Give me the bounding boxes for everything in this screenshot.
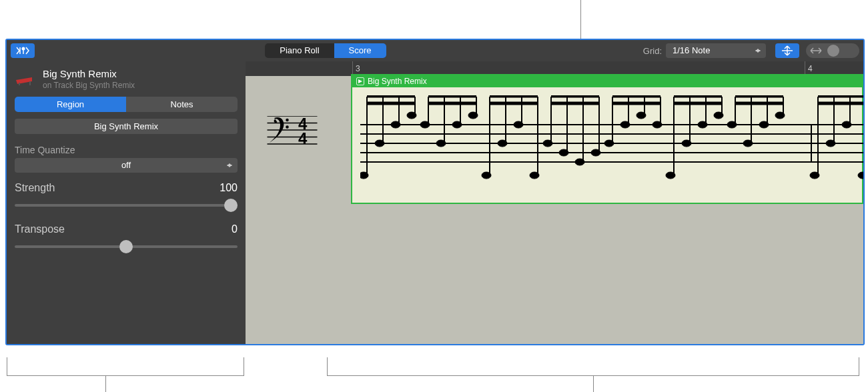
svg-rect-1 bbox=[29, 81, 31, 85]
svg-point-97 bbox=[858, 172, 865, 179]
region-header: Big Synth Remix on Track Big Synth Remix bbox=[15, 68, 238, 90]
svg-point-0 bbox=[22, 47, 25, 51]
svg-point-80 bbox=[727, 121, 737, 128]
region-clip-name: Big Synth Remix bbox=[368, 77, 427, 86]
svg-point-60 bbox=[604, 140, 614, 147]
svg-point-26 bbox=[407, 112, 416, 119]
svg-point-50 bbox=[543, 140, 552, 147]
strength-value: 100 bbox=[220, 182, 238, 194]
slider-thumb bbox=[119, 240, 133, 253]
tab-score[interactable]: Score bbox=[334, 43, 386, 58]
catch-playhead-button[interactable] bbox=[11, 43, 35, 58]
svg-point-36 bbox=[468, 112, 478, 119]
svg-point-24 bbox=[391, 121, 400, 128]
grid-label: Grid: bbox=[643, 46, 662, 56]
svg-point-30 bbox=[420, 121, 430, 128]
play-icon bbox=[356, 77, 364, 85]
instrument-icon bbox=[15, 71, 36, 87]
editor-body: Big Synth Remix on Track Big Synth Remix… bbox=[7, 61, 863, 344]
region-subtitle: on Track Big Synth Remix bbox=[43, 81, 135, 90]
svg-point-91 bbox=[810, 172, 819, 179]
svg-point-52 bbox=[559, 149, 568, 156]
region-title: Big Synth Remix bbox=[43, 68, 135, 79]
svg-point-64 bbox=[636, 112, 646, 119]
score-body[interactable]: 4 4 Big Synth Remix bbox=[246, 76, 863, 344]
transpose-slider[interactable] bbox=[15, 239, 238, 254]
svg-point-9 bbox=[286, 125, 289, 129]
callout-line-top bbox=[580, 0, 581, 40]
transpose-label: Transpose bbox=[15, 223, 65, 235]
svg-rect-2 bbox=[19, 83, 20, 85]
editor-toolbar: Piano Roll Score Grid: 1/16 Note bbox=[7, 40, 863, 61]
svg-point-56 bbox=[591, 149, 600, 156]
svg-point-42 bbox=[498, 140, 507, 147]
region-name-field[interactable]: Big Synth Remix bbox=[15, 119, 238, 134]
callout-bracket-inspector bbox=[7, 352, 244, 392]
svg-point-66 bbox=[653, 121, 662, 128]
svg-text:4: 4 bbox=[298, 129, 308, 147]
tab-piano-roll[interactable]: Piano Roll bbox=[265, 43, 334, 58]
score-editor-window: Piano Roll Score Grid: 1/16 Note bbox=[5, 39, 865, 345]
tab-notes[interactable]: Notes bbox=[126, 97, 238, 112]
strength-label: Strength bbox=[15, 182, 55, 194]
svg-point-54 bbox=[575, 159, 584, 165]
time-quantize-label: Time Quantize bbox=[15, 145, 238, 155]
catch-icon bbox=[15, 46, 30, 55]
svg-point-8 bbox=[286, 119, 289, 122]
svg-point-46 bbox=[530, 172, 539, 179]
midi-region-clip[interactable]: Big Synth Remix bbox=[351, 74, 863, 204]
svg-point-70 bbox=[666, 172, 675, 179]
svg-point-32 bbox=[436, 140, 446, 147]
bass-clef: 4 4 bbox=[259, 116, 326, 156]
svg-point-22 bbox=[375, 140, 384, 147]
transpose-value: 0 bbox=[232, 223, 238, 235]
inspector-panel: Big Synth Remix on Track Big Synth Remix… bbox=[7, 61, 246, 344]
callout-bracket-score bbox=[327, 352, 859, 392]
inspector-tabs: Region Notes bbox=[15, 97, 238, 112]
svg-point-76 bbox=[714, 112, 723, 119]
svg-point-82 bbox=[743, 140, 753, 147]
svg-point-44 bbox=[514, 121, 523, 128]
score-display-area: 3 4 4 4 bbox=[246, 61, 863, 344]
svg-point-72 bbox=[682, 140, 691, 147]
time-quantize-select[interactable]: off bbox=[15, 158, 238, 173]
view-mode-segmented: Piano Roll Score bbox=[265, 43, 386, 58]
tab-region[interactable]: Region bbox=[15, 97, 126, 112]
region-clip-header: Big Synth Remix bbox=[352, 75, 862, 87]
svg-point-86 bbox=[775, 112, 785, 119]
svg-point-95 bbox=[842, 121, 851, 128]
svg-point-40 bbox=[482, 172, 491, 179]
grid-dropdown[interactable]: 1/16 Note bbox=[666, 43, 766, 58]
slider-thumb bbox=[224, 199, 238, 212]
svg-point-74 bbox=[698, 121, 707, 128]
horizontal-zoom-toggle[interactable] bbox=[806, 43, 859, 58]
toggle-knob bbox=[827, 45, 839, 57]
vertical-autozoom-button[interactable] bbox=[775, 43, 799, 58]
horizontal-zoom-icon bbox=[810, 46, 822, 55]
svg-point-84 bbox=[759, 121, 769, 128]
vertical-zoom-icon bbox=[780, 45, 795, 56]
strength-slider[interactable] bbox=[15, 198, 238, 213]
svg-point-34 bbox=[452, 121, 462, 128]
notation-svg bbox=[360, 95, 865, 202]
svg-point-20 bbox=[360, 172, 368, 179]
svg-point-62 bbox=[620, 121, 630, 128]
svg-point-93 bbox=[826, 140, 835, 147]
